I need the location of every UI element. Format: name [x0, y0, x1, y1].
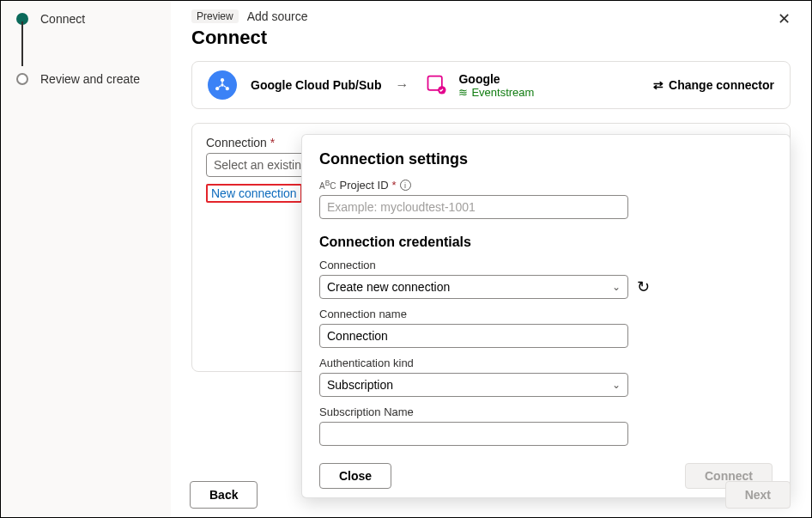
- connection-name-label: Connection name: [319, 308, 762, 320]
- connector-card: Google Cloud Pub/Sub → Google ≋Eventstre…: [191, 61, 791, 109]
- new-connection-link[interactable]: New connection: [206, 184, 302, 203]
- destination-block: Google ≋Eventstream: [422, 70, 534, 100]
- wizard-footer: Back Next: [190, 481, 791, 509]
- connection-label: Connection: [319, 259, 762, 271]
- project-id-label: ABC Project ID * i: [319, 179, 762, 192]
- svg-point-1: [215, 87, 219, 90]
- step-review[interactable]: Review and create: [16, 71, 155, 87]
- svg-point-3: [221, 83, 223, 86]
- breadcrumb: Preview Add source: [191, 9, 791, 23]
- project-id-input[interactable]: [319, 195, 628, 219]
- source-name: Google Cloud Pub/Sub: [251, 78, 381, 92]
- connection-settings-flyout: Connection settings ABC Project ID * i C…: [301, 134, 791, 498]
- chevron-down-icon: ⌄: [612, 281, 621, 293]
- preview-badge: Preview: [191, 9, 239, 23]
- subscription-name-input[interactable]: [319, 422, 628, 446]
- next-button: Next: [725, 481, 791, 509]
- back-button[interactable]: Back: [190, 481, 258, 509]
- connection-dropdown[interactable]: Create new connection ⌄: [319, 275, 628, 299]
- breadcrumb-text: Add source: [247, 9, 308, 23]
- auth-kind-value: Subscription: [327, 378, 393, 392]
- connection-name-input[interactable]: [319, 324, 628, 348]
- step-connect[interactable]: Connect: [16, 11, 155, 27]
- stream-icon: ≋: [458, 86, 468, 99]
- auth-kind-dropdown[interactable]: Subscription ⌄: [319, 373, 628, 397]
- eventstream-icon: [422, 70, 451, 100]
- svg-point-2: [226, 87, 229, 90]
- swap-icon: ⇄: [653, 78, 664, 92]
- step-dot-pending: [16, 73, 28, 85]
- credentials-heading: Connection credentials: [319, 235, 762, 250]
- abc-type-icon: ABC: [319, 179, 336, 191]
- arrow-right-icon: →: [395, 77, 409, 93]
- svg-point-0: [221, 78, 224, 82]
- flyout-scroll[interactable]: Connection settings ABC Project ID * i C…: [319, 150, 773, 454]
- connection-select-text: Select an existing: [214, 158, 308, 172]
- close-icon[interactable]: ✕: [778, 9, 791, 28]
- wizard-rail: Connect Review and create: [1, 1, 171, 517]
- info-icon[interactable]: i: [400, 180, 411, 191]
- connection-dropdown-value: Create new connection: [327, 280, 450, 294]
- dest-title: Google: [458, 72, 534, 86]
- subscription-name-label: Subscription Name: [319, 405, 762, 418]
- change-connector-button[interactable]: ⇄ Change connector: [653, 78, 774, 92]
- page-title: Connect: [191, 27, 791, 49]
- pubsub-icon: [208, 70, 237, 100]
- step-label: Connect: [40, 11, 85, 27]
- auth-kind-label: Authentication kind: [319, 357, 762, 369]
- step-connector-line: [21, 21, 23, 66]
- settings-heading: Connection settings: [319, 150, 762, 168]
- dest-subtitle: Eventstream: [471, 86, 534, 99]
- change-connector-label: Change connector: [669, 78, 774, 92]
- step-label: Review and create: [40, 71, 140, 87]
- chevron-down-icon: ⌄: [612, 379, 621, 391]
- refresh-icon[interactable]: ↻: [637, 277, 650, 296]
